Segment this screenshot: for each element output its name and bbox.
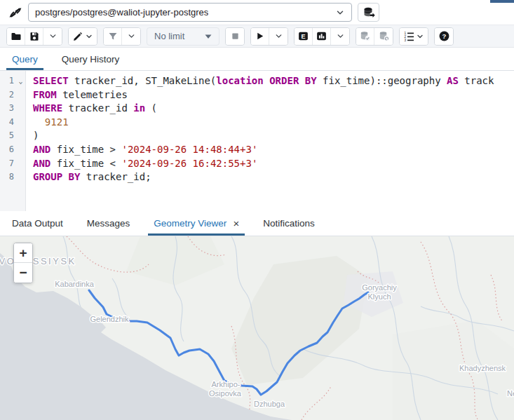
- edit-button[interactable]: [69, 28, 97, 45]
- sql-editor[interactable]: 1⌄2345678 SELECT tracker_id, ST_MakeLine…: [0, 71, 514, 211]
- chevron-down-icon: [335, 8, 345, 18]
- code-line[interactable]: WHERE tracker_id in (: [33, 102, 514, 116]
- line-number: 8: [0, 170, 16, 184]
- line-number: 3: [0, 102, 16, 116]
- tab-geometry-viewer[interactable]: Geometry Viewer ×: [142, 211, 251, 236]
- tab-messages[interactable]: Messages: [75, 211, 142, 236]
- explain-button-group: E: [294, 27, 350, 46]
- execute-menu-chevron-icon: [274, 32, 283, 41]
- line-number: 5: [0, 129, 16, 143]
- filter-menu-button[interactable]: [122, 28, 140, 45]
- help-icon: ?: [438, 30, 450, 42]
- zoom-in-button[interactable]: +: [14, 243, 32, 263]
- row-limit-value: No limit: [154, 31, 184, 41]
- explain-menu-chevron-icon: [336, 32, 345, 41]
- stop-icon: [230, 31, 241, 41]
- explain-button[interactable]: E: [295, 28, 313, 45]
- svg-text:3: 3: [405, 39, 407, 42]
- code-line[interactable]: SELECT tracker_id, ST_MakeLine(location …: [33, 74, 514, 88]
- map-label-novorossiysk: NOVOROSSIYSK: [0, 256, 76, 266]
- tab-data-output-label: Data Output: [12, 218, 63, 229]
- map-canvas: NOVOROSSIYSK Kabardinka Gelendzhik Gorya…: [0, 236, 514, 420]
- save-button[interactable]: [25, 28, 43, 45]
- file-button-group: [6, 27, 62, 46]
- line-number: 1: [0, 74, 16, 88]
- code-fold-icon[interactable]: ⌄: [16, 74, 25, 88]
- execute-menu-button[interactable]: [269, 28, 288, 45]
- map-label-dzhubga: Dzhubga: [254, 400, 285, 408]
- zoom-out-button[interactable]: −: [14, 263, 32, 283]
- connection-label: postgres/postgres@waliot-jupyter-postgre…: [35, 7, 208, 18]
- tab-notifications-label: Notifications: [263, 218, 315, 229]
- map-label-arkhipo-osipovka-1: Arkhipo-: [212, 380, 241, 388]
- new-connection-icon: [363, 6, 375, 19]
- save-menu-chevron-icon: [48, 32, 58, 41]
- geometry-map[interactable]: NOVOROSSIYSK Kabardinka Gelendzhik Gorya…: [0, 236, 514, 420]
- execute-button[interactable]: [251, 28, 269, 45]
- stop-button[interactable]: [226, 28, 244, 45]
- window-accent-strip: [490, 0, 514, 3]
- tab-messages-label: Messages: [87, 218, 130, 229]
- line-number: 4: [0, 116, 16, 130]
- edit-button-group: [68, 27, 97, 46]
- tab-query-label: Query: [12, 54, 38, 65]
- rollback-button[interactable]: [374, 28, 393, 45]
- execute-icon: [255, 31, 265, 41]
- save-menu-button[interactable]: [43, 28, 62, 45]
- macro-menu-chevron-icon: [416, 32, 424, 41]
- map-label-arkhipo-osipovka-2: Osipovka: [209, 389, 242, 398]
- explain-analyze-icon: [316, 30, 327, 42]
- code-line[interactable]: AND fix_time < '2024-09-26 16:42:55+3': [33, 157, 514, 171]
- explain-icon: E: [297, 30, 309, 42]
- row-limit-select[interactable]: No limit: [147, 27, 219, 46]
- filter-icon: [107, 31, 119, 42]
- map-label-goryachiy-klyuch-1: Goryachiy: [362, 283, 397, 292]
- commit-button[interactable]: [356, 28, 374, 45]
- tab-data-output[interactable]: Data Output: [0, 211, 75, 236]
- tab-query[interactable]: Query: [0, 48, 50, 70]
- explain-analyze-button[interactable]: [313, 28, 331, 45]
- new-connection-button[interactable]: [358, 3, 379, 22]
- query-toolbar: No limit E: [0, 25, 514, 48]
- map-label-kabardinka: Kabardinka: [55, 280, 95, 288]
- connection-select[interactable]: postgres/postgres@waliot-jupyter-postgre…: [28, 3, 352, 22]
- map-label-goryachiy-klyuch-2: Klyuch: [367, 292, 391, 301]
- map-label-khadyzhensk: Khadyzhensk: [459, 364, 506, 372]
- macro-button[interactable]: 1 2 3: [400, 28, 428, 45]
- result-tab-bar: Data Output Messages Geometry Viewer × N…: [0, 211, 514, 236]
- map-label-gelendzhik: Gelendzhik: [90, 315, 129, 323]
- tab-geometry-viewer-label: Geometry Viewer: [154, 218, 226, 229]
- help-button[interactable]: ?: [435, 28, 453, 45]
- code-line[interactable]: GROUP BY tracker_id;: [33, 170, 514, 184]
- map-label-edge-partial: Ne: [507, 389, 514, 398]
- edit-icon: [72, 31, 83, 42]
- code-line[interactable]: FROM telemetries: [33, 88, 514, 102]
- rollback-icon: [378, 30, 390, 42]
- tab-query-history[interactable]: Query History: [50, 48, 132, 70]
- close-icon[interactable]: ×: [233, 218, 239, 229]
- stop-button-group: [225, 27, 245, 46]
- tab-query-history-label: Query History: [62, 54, 120, 65]
- transaction-button-group: [356, 27, 393, 46]
- svg-text:?: ?: [442, 32, 446, 40]
- explain-menu-button[interactable]: [331, 28, 349, 45]
- edit-menu-chevron-icon: [85, 32, 93, 41]
- editor-tab-bar: Query Query History: [0, 48, 514, 71]
- open-file-button[interactable]: [7, 28, 25, 45]
- filter-button[interactable]: [104, 28, 122, 45]
- save-icon: [29, 31, 40, 42]
- filter-menu-chevron-icon: [127, 32, 136, 41]
- editor-gutter: 1⌄2345678: [0, 71, 26, 211]
- execute-button-group: [250, 27, 288, 46]
- open-file-icon: [11, 31, 22, 42]
- macro-icon: 1 2 3: [403, 31, 414, 42]
- code-line[interactable]: AND fix_time > '2024-09-26 14:48:44+3': [33, 143, 514, 157]
- connection-bar: postgres/postgres@waliot-jupyter-postgre…: [0, 0, 514, 25]
- tab-notifications[interactable]: Notifications: [251, 211, 327, 236]
- help-button-group: ?: [434, 27, 454, 46]
- filter-button-group: [103, 27, 141, 46]
- code-line[interactable]: ): [33, 129, 514, 143]
- line-number: 6: [0, 143, 16, 157]
- code-line[interactable]: 9121: [33, 116, 514, 130]
- code-lines[interactable]: SELECT tracker_id, ST_MakeLine(location …: [26, 71, 514, 211]
